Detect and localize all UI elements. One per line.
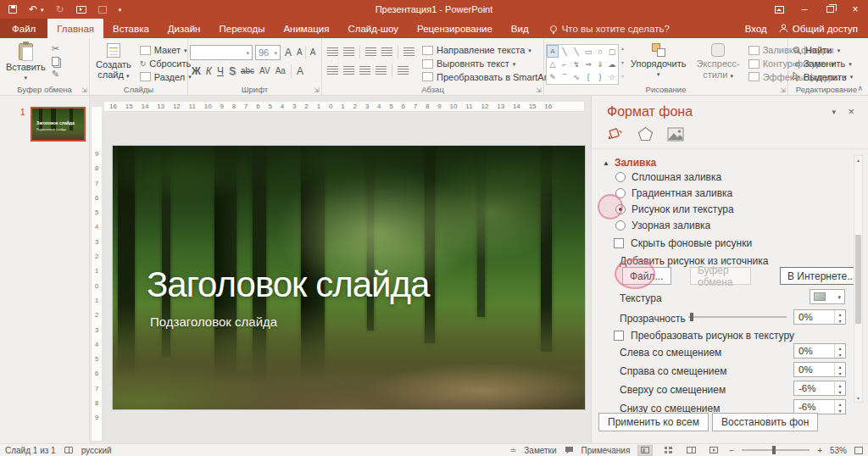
slide-canvas[interactable]: Заголовок слайда Подзаголовок слайда — [113, 146, 585, 409]
fill-bucket-icon[interactable] — [607, 126, 624, 142]
checkbox-tile-picture-as-texture[interactable]: Преобразовать рисунок в текстуру — [614, 329, 794, 342]
shape-brace-right-icon[interactable]: } — [594, 71, 606, 84]
select-button[interactable]: Выделить ▾ — [790, 70, 855, 83]
checkbox-hide-background[interactable]: Скрыть фоновые рисунки — [614, 236, 752, 250]
language-indicator[interactable]: русский — [81, 446, 112, 455]
spin-down-icon[interactable]: ▾ — [835, 407, 845, 414]
find-button[interactable]: Найти — [790, 44, 855, 57]
spin-down-icon[interactable]: ▾ — [835, 351, 845, 358]
zoom-level[interactable]: 53% — [830, 446, 847, 455]
shape-star-icon[interactable]: ☆ — [606, 71, 618, 84]
scrollbar-down-icon[interactable]: ▾ — [857, 395, 860, 401]
change-case-button[interactable]: Aa — [275, 67, 286, 75]
shape-scribble-icon[interactable]: ✎ — [547, 71, 559, 84]
grow-font-icon[interactable]: A — [285, 47, 292, 58]
collapse-ribbon-icon[interactable]: ∧ — [857, 84, 863, 92]
bold-button[interactable]: Ж — [192, 66, 201, 76]
text-shadow-button[interactable]: S — [229, 66, 236, 76]
offset-top-spinner[interactable]: -6% ▴▾ — [793, 381, 846, 396]
drawing-dialog-launcher-icon[interactable]: ⇲ — [780, 87, 786, 94]
scrollbar-thumb[interactable] — [855, 235, 861, 324]
view-slide-sorter-button[interactable] — [660, 445, 676, 456]
view-normal-button[interactable] — [637, 445, 653, 456]
tell-me-box[interactable]: Что вы хотите сделать? — [550, 19, 670, 38]
slide-title-textbox[interactable]: Заголовок слайда — [147, 264, 429, 305]
radio-solid-fill[interactable]: Сплошная заливка — [615, 170, 721, 184]
view-slideshow-button[interactable] — [706, 445, 721, 456]
slide-subtitle-textbox[interactable]: Подзаголовок слайда — [150, 314, 277, 329]
apply-to-all-button[interactable]: Применить ко всем — [598, 413, 709, 431]
align-center-icon[interactable] — [343, 66, 354, 75]
paragraph-dialog-launcher-icon[interactable]: ⇲ — [536, 87, 542, 94]
undo-dropdown-icon[interactable]: ▾ — [41, 7, 44, 13]
shape-oval-icon[interactable]: ○ — [594, 45, 606, 58]
share-button[interactable]: Общий доступ — [779, 24, 858, 34]
shape-textbox-icon[interactable]: A — [547, 45, 559, 58]
clear-formatting-icon[interactable]: A — [310, 48, 316, 57]
align-left-icon[interactable] — [327, 66, 338, 75]
sign-in-button[interactable]: Вход — [745, 24, 767, 34]
radio-picture-or-texture-fill[interactable]: Рисунок или текстура — [615, 203, 734, 216]
picture-icon[interactable] — [667, 127, 684, 142]
bullets-icon[interactable] — [327, 47, 338, 56]
online-button[interactable]: В Интернете... — [780, 267, 863, 285]
shape-line-icon[interactable]: ╲ — [559, 45, 570, 58]
underline-button[interactable]: Ч — [217, 66, 224, 76]
tab-insert[interactable]: Вставка — [103, 19, 159, 38]
transparency-slider[interactable] — [688, 316, 787, 318]
spellcheck-book-icon[interactable] — [64, 447, 73, 453]
paste-button[interactable]: Вставить ▾ — [2, 41, 50, 83]
font-size-combobox[interactable]: 96▾ — [255, 45, 281, 60]
slider-thumb[interactable] — [690, 313, 693, 321]
reset-background-button[interactable]: Восстановить фон — [712, 413, 818, 431]
quick-styles-button[interactable]: Экспресс-стили ▾ — [692, 41, 743, 83]
font-dialog-launcher-icon[interactable]: ⇲ — [314, 87, 320, 94]
align-text-button[interactable]: Выровнять текст▾ — [420, 58, 559, 70]
tab-slideshow[interactable]: Слайд-шоу — [338, 19, 408, 38]
spin-up-icon[interactable]: ▴ — [835, 344, 845, 351]
close-icon[interactable]: × — [843, 0, 868, 19]
customize-qat-icon[interactable]: ▾ — [119, 7, 122, 13]
shape-arrow-down-icon[interactable]: ⇓ — [594, 58, 606, 70]
arrange-button[interactable]: Упорядочить ▾ — [626, 41, 690, 83]
shapes-scroll-down-icon[interactable]: ▾ — [621, 59, 624, 65]
justify-icon[interactable] — [376, 66, 387, 75]
zoom-in-icon[interactable]: + — [817, 446, 822, 455]
increase-indent-icon[interactable] — [381, 47, 392, 56]
panel-close-icon[interactable]: × — [848, 105, 854, 118]
shapes-gallery[interactable]: A ╲ ╲ ▭ ○ ▢ △ ⌐ ↯ ⇒ ⇓ ☁ ✎ ⌒ ∿ { } ☆ — [546, 44, 619, 85]
shapes-scroll-up-icon[interactable]: ▴ — [621, 45, 624, 51]
shape-triangle-icon[interactable]: △ — [547, 58, 559, 70]
character-spacing-button[interactable]: AV — [259, 67, 270, 75]
offset-left-spinner[interactable]: 0% ▴▾ — [793, 343, 846, 359]
notes-toggle[interactable]: Заметки — [524, 446, 556, 455]
file-button[interactable]: Файл... — [622, 267, 671, 285]
spin-down-icon[interactable]: ▾ — [835, 370, 845, 376]
shapes-gallery-scroll[interactable]: ▴ ▾ ▿ — [620, 41, 625, 83]
shape-cloud-icon[interactable]: ☁ — [606, 58, 618, 70]
text-direction-button[interactable]: Направление текста▾ — [420, 44, 559, 57]
panel-scrollbar[interactable]: ▴ ▾ — [854, 155, 863, 403]
tab-transitions[interactable]: Переходы — [209, 19, 274, 38]
texture-dropdown[interactable]: ▾ — [810, 289, 845, 304]
tab-design[interactable]: Дизайн — [159, 19, 210, 38]
view-reading-button[interactable] — [683, 445, 698, 456]
layout-button[interactable]: Макет▾ — [137, 44, 194, 57]
shapes-more-icon[interactable]: ▿ — [621, 73, 624, 79]
reset-button[interactable]: ↻Сбросить — [137, 58, 194, 70]
undo-icon[interactable]: ↶ — [29, 4, 37, 14]
slide-thumbnail[interactable]: Заголовок слайда Подзаголовок слайда — [31, 107, 86, 142]
format-painter-icon[interactable]: ✎ — [52, 70, 59, 79]
radio-pattern-fill[interactable]: Узорная заливка — [615, 219, 710, 232]
tab-view[interactable]: Вид — [502, 19, 538, 38]
zoom-slider[interactable] — [742, 449, 810, 451]
shape-elbow-icon[interactable]: ↯ — [570, 58, 582, 70]
new-slide-button[interactable]: Создатьслайд ▾ — [92, 41, 136, 83]
shape-brace-left-icon[interactable]: { — [582, 71, 594, 84]
zoom-slider-thumb[interactable] — [772, 446, 776, 454]
tab-animations[interactable]: Анимация — [274, 19, 338, 38]
replace-button[interactable]: ab Заменить ▾ — [790, 58, 855, 70]
spin-up-icon[interactable]: ▴ — [835, 381, 845, 388]
shape-curve-icon[interactable]: ∿ — [570, 71, 582, 84]
numbering-icon[interactable] — [343, 47, 354, 56]
